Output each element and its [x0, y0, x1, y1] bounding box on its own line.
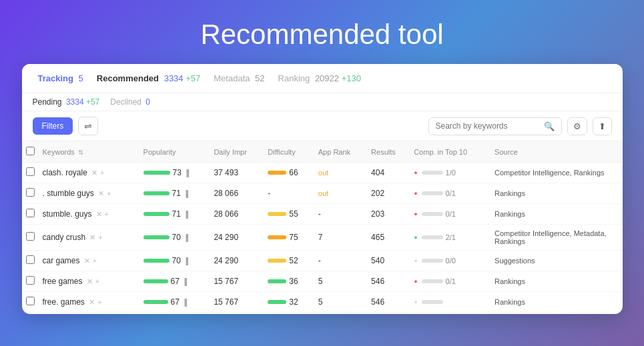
comp-top10-cell: ● 0/0: [414, 257, 487, 265]
comp-top10-cell: ● 1/0: [414, 169, 487, 177]
remove-icon[interactable]: ✕: [89, 233, 95, 242]
add-icon[interactable]: +: [95, 277, 99, 285]
export-button[interactable]: ⬆: [593, 117, 612, 135]
tab-tracking[interactable]: Tracking 5: [33, 65, 89, 91]
difficulty-cell: -: [268, 189, 270, 198]
results-cell: 546: [367, 292, 410, 313]
keyword-text: car games: [43, 256, 80, 265]
row-checkbox[interactable]: [26, 255, 35, 264]
page-title: Recommended tool: [200, 19, 443, 51]
difficulty-header: Difficulty: [264, 141, 314, 163]
remove-icon[interactable]: ✕: [84, 257, 90, 265]
source-cell: Rankings: [491, 292, 622, 313]
source-cell: Rankings: [491, 183, 622, 204]
difficulty-cell: 36: [268, 277, 310, 286]
chart-icon: ▐: [184, 257, 188, 265]
row-checkbox[interactable]: [26, 188, 35, 197]
popularity-cell: 70 ▐: [143, 256, 206, 265]
app-rank-cell: 5: [314, 271, 367, 292]
chart-icon: ▐: [182, 278, 187, 285]
add-icon[interactable]: +: [100, 169, 104, 177]
daily-impr-cell: 24 290: [210, 225, 264, 251]
table-row: clash. royale ✕ + 73 ▐ 37 493 66 out404 …: [22, 163, 623, 183]
app-rank-cell: out: [314, 163, 367, 183]
keyword-text: free games: [43, 277, 83, 286]
comp-top10-cell: ● 2/1: [414, 233, 487, 241]
source-cell: Competitor Intelligence, Rankings: [491, 163, 622, 183]
keyword-text: candy crush: [43, 233, 86, 242]
difficulty-cell: 32: [268, 297, 310, 307]
popularity-cell: 67 ▐: [143, 277, 206, 286]
comp-top10-cell: ●: [414, 299, 487, 305]
app-rank-cell: out: [314, 183, 367, 204]
search-box[interactable]: 🔍: [428, 117, 562, 135]
results-cell: 203: [367, 204, 410, 225]
search-input[interactable]: [436, 121, 540, 131]
add-icon[interactable]: +: [107, 189, 111, 197]
table-row: free games ✕ + 67 ▐ 15 767 36 5546 ● 0/1…: [22, 271, 623, 292]
settings-button[interactable]: ⚙: [567, 117, 587, 135]
toolbar: Filters ⇌ 🔍 ⚙ ⬆: [22, 111, 623, 141]
select-all-header[interactable]: [22, 141, 39, 163]
results-header: Results: [367, 141, 410, 163]
keywords-header: Keywords ⇅: [39, 141, 139, 163]
row-checkbox[interactable]: [26, 167, 35, 176]
chart-icon: ▐: [182, 299, 187, 306]
keyword-text: . stumble guys: [43, 189, 94, 198]
tab-bar: Tracking 5 Recommended 3334 +57 Metadata…: [22, 64, 623, 93]
tab-recommended[interactable]: Recommended 3334 +57: [91, 65, 206, 91]
add-icon[interactable]: +: [98, 233, 102, 241]
select-all-checkbox[interactable]: [26, 147, 35, 155]
popularity-cell: 73 ▐: [143, 168, 206, 177]
source-cell: Rankings: [491, 271, 622, 292]
table-row: free. games ✕ + 67 ▐ 15 767 32 5546 ● Ra…: [22, 292, 623, 313]
comp-top10-cell: ● 0/1: [414, 210, 487, 218]
comp-top10-cell: ● 0/1: [414, 189, 487, 197]
filter-button[interactable]: Filters: [33, 117, 73, 135]
sub-bar: Pending 3334 +57 Declined 0: [22, 93, 623, 111]
row-checkbox[interactable]: [26, 209, 35, 217]
results-cell: 465: [367, 225, 410, 251]
remove-icon[interactable]: ✕: [87, 277, 93, 286]
subtab-declined[interactable]: Declined 0: [110, 97, 150, 107]
keyword-text: stumble. guys: [43, 209, 92, 219]
daily-impr-cell: 15 767: [210, 271, 264, 292]
app-rank-cell: 7: [314, 225, 367, 251]
row-checkbox[interactable]: [26, 232, 35, 241]
app-rank-cell: -: [314, 204, 367, 225]
daily-impr-cell: 28 066: [210, 183, 264, 204]
main-card: Tracking 5 Recommended 3334 +57 Metadata…: [22, 64, 623, 314]
app-rank-cell: -: [314, 251, 367, 271]
results-cell: 202: [367, 183, 410, 204]
results-cell: 546: [367, 271, 410, 292]
remove-icon[interactable]: ✕: [96, 210, 102, 219]
difficulty-cell: 66: [268, 168, 310, 177]
add-icon[interactable]: +: [93, 257, 97, 265]
chart-icon: ▐: [184, 169, 189, 177]
remove-icon[interactable]: ✕: [98, 189, 104, 198]
remove-icon[interactable]: ✕: [91, 169, 97, 177]
daily-impr-cell: 28 066: [210, 204, 264, 225]
table-body: clash. royale ✕ + 73 ▐ 37 493 66 out404 …: [22, 163, 623, 313]
sort-icon[interactable]: ⇅: [78, 149, 83, 156]
translate-button[interactable]: ⇌: [78, 117, 98, 135]
chart-icon: ▐: [184, 234, 188, 241]
table-header-row: Keywords ⇅ Popularity Daily Impr Difficu…: [22, 141, 623, 163]
add-icon[interactable]: +: [105, 210, 109, 218]
subtab-pending[interactable]: Pending 3334 +57: [33, 97, 100, 107]
remove-icon[interactable]: ✕: [89, 298, 95, 307]
tab-ranking[interactable]: Ranking 20922 +130: [273, 65, 366, 91]
table-row: car games ✕ + 70 ▐ 24 290 52 -540 ● 0/0 …: [22, 251, 623, 271]
keywords-table: Keywords ⇅ Popularity Daily Impr Difficu…: [22, 141, 623, 313]
popularity-cell: 71 ▐: [143, 209, 206, 219]
table-wrapper: Keywords ⇅ Popularity Daily Impr Difficu…: [22, 141, 623, 314]
row-checkbox[interactable]: [26, 276, 35, 285]
chart-icon: ▐: [184, 190, 188, 197]
tab-metadata[interactable]: Metadata 52: [208, 65, 270, 91]
add-icon[interactable]: +: [97, 298, 101, 306]
source-cell: Competitor Intelligence, Metadata, Ranki…: [491, 225, 622, 251]
comp-top10-header: Comp. in Top 10: [410, 141, 491, 163]
daily-impr-cell: 15 767: [210, 292, 264, 313]
comp-top10-cell: ● 0/1: [414, 277, 487, 285]
row-checkbox[interactable]: [26, 297, 35, 305]
